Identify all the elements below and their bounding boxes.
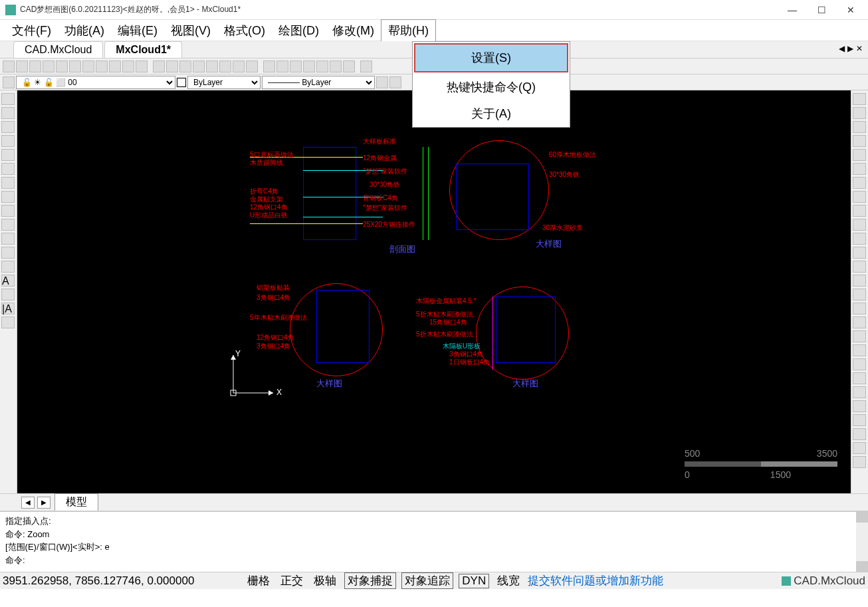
match-button[interactable] — [389, 76, 401, 88]
menu-help[interactable]: 帮助(H) — [381, 19, 436, 42]
dropdown-about[interactable]: 关于(A) — [413, 100, 570, 127]
dim-tool[interactable] — [1, 316, 15, 328]
polygon-tool[interactable] — [1, 135, 15, 147]
menu-file[interactable]: 文件(F) — [5, 20, 58, 41]
osnap-toggle[interactable]: 对象捕捉 — [344, 572, 396, 589]
tab-prev-icon[interactable]: ◀ — [839, 44, 845, 53]
save-button[interactable] — [43, 61, 54, 72]
tool-b[interactable] — [122, 61, 134, 72]
ortho-toggle[interactable]: 正交 — [278, 573, 306, 588]
zoom2-button[interactable] — [82, 61, 94, 72]
menu-draw[interactable]: 绘图(D) — [272, 20, 326, 41]
ray-tool[interactable] — [1, 107, 15, 119]
stretch-tool[interactable] — [853, 205, 866, 217]
lwt-toggle[interactable]: 线宽 — [494, 573, 522, 588]
otrack-toggle[interactable]: 对象追踪 — [401, 572, 453, 589]
tool-g[interactable] — [193, 61, 205, 72]
tool-q[interactable] — [360, 61, 372, 72]
model-tab[interactable]: 模型 — [54, 493, 98, 511]
dyn-toggle[interactable]: DYN — [459, 574, 489, 588]
dim8-tool[interactable] — [853, 400, 866, 412]
trim-tool[interactable] — [853, 219, 866, 231]
tool-c[interactable] — [136, 61, 148, 72]
cmd-scrollbar[interactable] — [856, 512, 868, 572]
polar-toggle[interactable]: 极轴 — [311, 573, 339, 588]
menu-function[interactable]: 功能(A) — [58, 20, 111, 41]
color-select[interactable]: ByLayer — [187, 76, 261, 89]
menu-modify[interactable]: 修改(M) — [326, 20, 381, 41]
arc-tool[interactable] — [1, 163, 15, 175]
spline-tool[interactable] — [1, 191, 15, 203]
zoom-button[interactable] — [69, 61, 81, 72]
extend-tool[interactable] — [853, 233, 866, 245]
insert-tool[interactable] — [1, 261, 15, 273]
tab-close-icon[interactable]: ✕ — [856, 44, 863, 53]
maximize-button[interactable]: ☐ — [815, 3, 828, 17]
saveas-button[interactable] — [56, 61, 68, 72]
dim4-tool[interactable] — [853, 344, 866, 356]
text-tool[interactable]: A — [1, 275, 15, 287]
grid-toggle[interactable]: 栅格 — [245, 573, 272, 588]
tool-e[interactable] — [166, 61, 178, 72]
menu-edit[interactable]: 编辑(E) — [111, 20, 164, 41]
dim2-tool[interactable] — [853, 316, 866, 328]
menu-format[interactable]: 格式(O) — [217, 20, 272, 41]
minimize-button[interactable]: — — [786, 3, 799, 17]
tool-n[interactable] — [290, 61, 302, 72]
dropdown-settings[interactable]: 设置(S) — [414, 43, 568, 72]
open-button[interactable] — [16, 61, 28, 72]
dim12-tool[interactable] — [853, 456, 866, 468]
rotate-tool[interactable] — [853, 177, 866, 189]
dim9-tool[interactable] — [853, 414, 866, 426]
new-button[interactable] — [3, 61, 15, 72]
array-tool[interactable] — [853, 149, 866, 161]
fillet-tool[interactable] — [853, 261, 866, 273]
layout-prev[interactable]: ◀ — [21, 497, 35, 509]
tool-p[interactable] — [316, 61, 328, 72]
feedback-link[interactable]: 提交软件问题或增加新功能 — [528, 573, 663, 588]
scale-tool[interactable] — [853, 191, 866, 203]
dim5-tool[interactable] — [853, 358, 866, 370]
dim6-tool[interactable] — [853, 372, 866, 384]
tool-l[interactable] — [263, 61, 275, 72]
pan-button[interactable] — [96, 61, 108, 72]
close-button[interactable]: ✕ — [844, 3, 857, 17]
dim7-tool[interactable] — [853, 386, 866, 398]
tool-f[interactable] — [179, 61, 191, 72]
doc-tab-1[interactable]: CAD.MxCloud — [13, 41, 103, 58]
explode-tool[interactable] — [853, 289, 866, 301]
linetype-select[interactable]: ———— ByLayer — [262, 76, 375, 89]
break-tool[interactable] — [853, 247, 866, 259]
doc-tab-2[interactable]: MxCloud1* — [104, 41, 182, 58]
dim3-tool[interactable] — [853, 330, 866, 342]
copy-tool[interactable] — [853, 107, 866, 119]
color-swatch[interactable] — [177, 78, 186, 87]
brush-button[interactable] — [376, 76, 388, 88]
pline-tool[interactable] — [1, 121, 15, 133]
drawing-canvas[interactable]: 5口底标高做法 木质踢脚线 折弯C4角 金属贴支架 12角钢口4角 U形成品白铁… — [17, 90, 851, 493]
tool-j[interactable] — [233, 61, 245, 72]
block-tool[interactable] — [1, 247, 15, 259]
tab-next-icon[interactable]: ▶ — [847, 44, 853, 53]
command-line[interactable]: 指定插入点: 命令: Zoom [范围(E)/窗口(W)]<实时>: e 命令: — [0, 511, 868, 572]
mirror-tool[interactable] — [853, 121, 866, 133]
undo-button[interactable] — [330, 61, 342, 72]
line-tool[interactable] — [1, 93, 15, 105]
offset-tool[interactable] — [853, 135, 866, 147]
open2-button[interactable] — [29, 61, 41, 72]
dim1-tool[interactable] — [853, 303, 866, 314]
circle-tool[interactable] — [1, 177, 15, 189]
tool-h[interactable] — [206, 61, 218, 72]
layer-manager-button[interactable] — [3, 76, 15, 88]
tool-o[interactable] — [303, 61, 315, 72]
tool-k[interactable] — [246, 61, 258, 72]
tool-a[interactable] — [109, 61, 121, 72]
layout-next[interactable]: ▶ — [37, 497, 51, 509]
menu-view[interactable]: 视图(V) — [164, 20, 217, 41]
tool-i[interactable] — [219, 61, 231, 72]
layer-select[interactable]: 🔓 ☀ 🔓 ⬜ 00 — [16, 76, 175, 89]
move-tool[interactable] — [853, 163, 866, 175]
chamfer-tool[interactable] — [853, 275, 866, 287]
point-tool[interactable] — [1, 219, 15, 231]
erase-tool[interactable] — [853, 93, 866, 105]
